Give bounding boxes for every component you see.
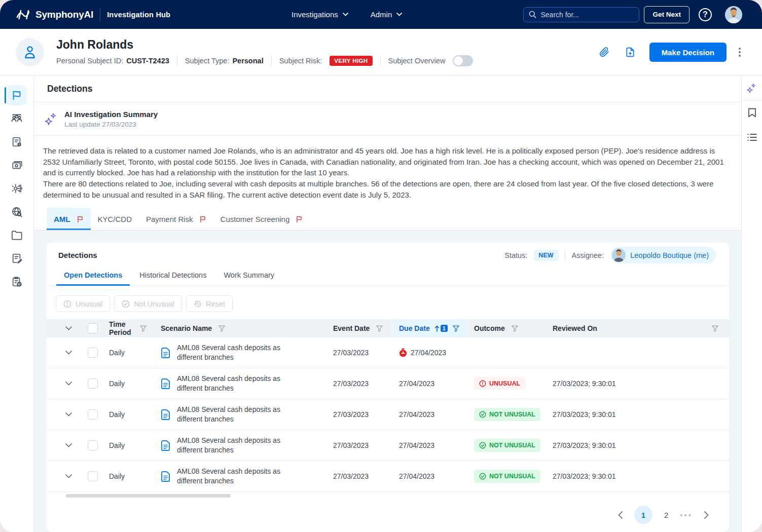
- status-group: Status: NEW Assignee: Leopoldo Boutique …: [504, 247, 716, 263]
- subject-name: John Rolands: [56, 38, 473, 52]
- sidebar-item-audit-history[interactable]: [0, 270, 34, 293]
- horizontal-scrollbar[interactable]: [66, 494, 231, 498]
- ai-summary-block: AI Investigation Summary Last update 27/…: [34, 102, 741, 136]
- ai-summary-title: AI Investigation Summary: [64, 110, 158, 119]
- app-window: SymphonyAI Investigation Hub Investigati…: [0, 0, 762, 532]
- sidebar-item-case-info[interactable]: [0, 130, 34, 154]
- sidebar-item-transactions[interactable]: [0, 154, 34, 177]
- sidebar-item-subjects-group[interactable]: [0, 107, 34, 130]
- detections-card: Detections Status: NEW Assignee: Leopold…: [46, 243, 729, 532]
- ai-summary-text: The retrieved data is related to a custo…: [34, 136, 741, 208]
- sort-order-badge: 1: [441, 325, 448, 332]
- right-sidebar: [741, 76, 762, 532]
- user-avatar[interactable]: [725, 6, 742, 23]
- row-checkbox[interactable]: [88, 471, 98, 481]
- attachment-icon[interactable]: [599, 47, 609, 58]
- cell-scenario: AML08 Several cash deposits as different…: [161, 374, 333, 394]
- filter-icon[interactable]: [511, 325, 519, 332]
- main-panel: Detections AI Investigation Summary Last…: [34, 76, 741, 532]
- subject-type-value: Personal: [232, 57, 263, 65]
- col-due-date[interactable]: Due Date 1: [392, 319, 467, 337]
- meta-divider: [380, 56, 381, 66]
- next-page-icon[interactable]: [704, 511, 709, 519]
- sidebar-item-detections-flag[interactable]: [0, 84, 34, 107]
- subtab-open-detections[interactable]: Open Detections: [56, 271, 130, 286]
- sidebar-item-notes[interactable]: [0, 247, 34, 270]
- web-search-icon: [11, 206, 23, 218]
- cell-time-period: Daily: [105, 379, 161, 388]
- subject-type-label: Subject Type:: [185, 57, 230, 65]
- reset-button[interactable]: Reset: [186, 295, 233, 312]
- unusual-button[interactable]: Unusual: [56, 295, 110, 312]
- filter-icon[interactable]: [139, 325, 147, 332]
- cell-event-date: 27/03/2023: [333, 410, 392, 419]
- subtab-work-summary[interactable]: Work Summary: [216, 271, 282, 286]
- document-icon: [161, 409, 170, 420]
- cell-scenario: AML08 Several cash deposits as different…: [161, 343, 333, 363]
- assignee-pill[interactable]: Leopoldo Boutique (me): [610, 247, 716, 263]
- prev-page-icon[interactable]: [618, 511, 623, 519]
- person-icon: [23, 45, 37, 59]
- detections-card-head: Detections Status: NEW Assignee: Leopold…: [46, 243, 729, 263]
- pagination-ellipsis[interactable]: •••: [680, 511, 693, 519]
- page-2-button[interactable]: 2: [664, 511, 668, 519]
- brand-name: SymphonyAI: [35, 9, 93, 20]
- status-badge: NEW: [534, 250, 558, 261]
- top-navbar: SymphonyAI Investigation Hub Investigati…: [0, 0, 762, 29]
- row-expand-icon[interactable]: [65, 412, 72, 416]
- nav-admin[interactable]: Admin: [371, 10, 403, 19]
- subject-id-label: Personal Subject ID:: [56, 57, 123, 65]
- tab-kyc-cdd[interactable]: KYC/CDD: [91, 208, 139, 230]
- cell-outcome: NOT UNUSUAL: [467, 470, 546, 483]
- ai-sparkle-rail-icon[interactable]: [742, 76, 762, 100]
- content-area: Detections Status: NEW Assignee: Leopold…: [34, 231, 741, 532]
- tab-payment-risk[interactable]: Payment Risk: [139, 208, 213, 230]
- filter-icon[interactable]: [376, 325, 383, 332]
- list-icon[interactable]: [742, 125, 762, 149]
- tab-aml[interactable]: AML: [47, 208, 91, 230]
- cell-reviewed-on: 27/03/2023; 9:30:01: [546, 472, 695, 480]
- row-checkbox[interactable]: [88, 378, 98, 389]
- cell-due-date: 27/04/2023: [392, 379, 467, 388]
- filter-icon[interactable]: [218, 325, 226, 332]
- meta-divider: [177, 56, 177, 66]
- bookmark-icon[interactable]: [742, 101, 762, 125]
- header-expand-all[interactable]: [56, 326, 81, 330]
- page-1-button[interactable]: 1: [634, 506, 652, 524]
- search-placeholder: Search for...: [540, 11, 578, 19]
- header-checkbox[interactable]: [88, 323, 98, 333]
- get-next-button[interactable]: Get Next: [644, 6, 690, 23]
- documents-icon: [11, 230, 23, 240]
- document-icon: [161, 378, 170, 389]
- row-checkbox[interactable]: [88, 348, 98, 358]
- cell-scenario: AML08 Several cash deposits as different…: [161, 436, 333, 455]
- tab-customer-screening[interactable]: Customer Screening: [213, 208, 310, 230]
- filter-icon[interactable]: [452, 325, 460, 332]
- detection-row: DailyAML08 Several cash deposits as diff…: [46, 337, 729, 368]
- row-checkbox[interactable]: [88, 409, 98, 420]
- row-expand-icon[interactable]: [65, 351, 72, 355]
- add-document-icon[interactable]: [625, 47, 635, 58]
- brand-logo[interactable]: SymphonyAI: [16, 9, 93, 21]
- cell-reviewed-on: 27/03/2023; 9:30:01: [546, 379, 695, 388]
- row-expand-icon[interactable]: [65, 443, 72, 447]
- subject-overview-toggle[interactable]: [453, 55, 473, 66]
- not-unusual-button[interactable]: Not Unusual: [114, 295, 182, 312]
- subtab-historical-detections[interactable]: Historical Detections: [132, 271, 214, 286]
- sidebar-item-documents[interactable]: [0, 223, 34, 247]
- make-decision-button[interactable]: Make Decision: [649, 43, 727, 62]
- search-input[interactable]: Search for...: [523, 7, 639, 22]
- pagination: 1 2 •••: [46, 498, 729, 524]
- help-icon[interactable]: ?: [699, 8, 712, 21]
- filter-icon[interactable]: [711, 325, 719, 332]
- sidebar-item-web-search[interactable]: [0, 200, 34, 223]
- more-options-icon[interactable]: [736, 46, 744, 59]
- cell-scenario: AML08 Several cash deposits as different…: [161, 467, 333, 486]
- nav-investigations[interactable]: Investigations: [292, 10, 348, 19]
- cell-event-date: 27/03/2023: [333, 472, 392, 480]
- sidebar-item-automation[interactable]: [0, 177, 34, 200]
- row-checkbox[interactable]: [88, 440, 98, 450]
- cell-time-period: Daily: [105, 472, 161, 480]
- row-expand-icon[interactable]: [65, 382, 72, 386]
- row-expand-icon[interactable]: [65, 474, 72, 478]
